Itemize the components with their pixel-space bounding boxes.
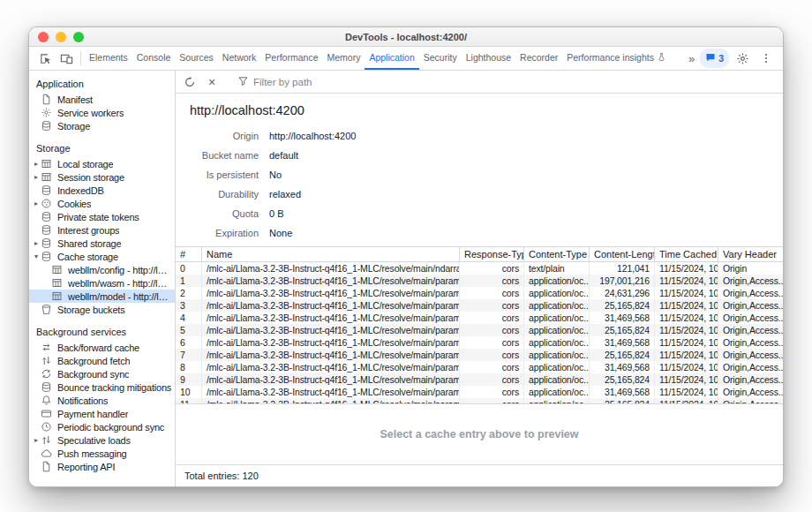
close-window-button[interactable] xyxy=(38,32,49,42)
cache-entry-row[interactable]: 4/mlc-ai/Llama-3.2-3B-Instruct-q4f16_1-M… xyxy=(176,312,783,324)
sidebar-item-background-sync[interactable]: Background sync xyxy=(29,367,175,380)
status-bar: Total entries: 120 xyxy=(176,464,783,486)
filter-by-path-input[interactable]: Filter by path xyxy=(237,75,312,88)
triangle-right-icon[interactable]: ▸ xyxy=(29,160,41,168)
meta-value: http://localhost:4200 xyxy=(269,131,356,141)
cell-response-type: cors xyxy=(460,349,524,361)
sidebar-item-back-forward-cache[interactable]: Back/forward cache xyxy=(29,341,175,354)
device-toolbar-icon[interactable] xyxy=(56,47,77,70)
tabbar-right-controls: » 3 xyxy=(686,47,783,70)
cell-vary-header: Origin,Access... xyxy=(718,398,783,403)
sidebar-item-session-storage[interactable]: ▸Session storage xyxy=(29,170,175,184)
cell-content-type: application/oc... xyxy=(524,336,590,349)
tab-sources[interactable]: Sources xyxy=(175,47,218,70)
triangle-right-icon[interactable]: ▸ xyxy=(29,173,41,181)
more-tabs-icon[interactable]: » xyxy=(686,52,697,65)
window-title: DevTools - localhost:4200/ xyxy=(29,32,783,42)
sidebar-item-cache-storage[interactable]: ▾Cache storage xyxy=(29,250,175,263)
column-header-index[interactable]: # xyxy=(176,247,202,261)
sidebar-item-storage-buckets[interactable]: Storage buckets xyxy=(29,303,175,316)
tab-security[interactable]: Security xyxy=(419,47,462,70)
minimize-window-button[interactable] xyxy=(56,32,66,42)
inspect-element-icon[interactable] xyxy=(34,47,56,70)
sidebar-item-indexeddb[interactable]: IndexedDB xyxy=(29,184,175,197)
sidebar-item-background-fetch[interactable]: Background fetch xyxy=(29,354,175,367)
sidebar-item-payment-handler[interactable]: Payment handler xyxy=(29,407,175,420)
preview-placeholder-text: Select a cache entry above to preview xyxy=(380,428,578,440)
cache-entry-row[interactable]: 10/mlc-ai/Llama-3.2-3B-Instruct-q4f16_1-… xyxy=(176,386,783,398)
cell-time-cached: 11/15/2024, 10... xyxy=(655,275,718,287)
cache-entry-row[interactable]: 3/mlc-ai/Llama-3.2-3B-Instruct-q4f16_1-M… xyxy=(176,299,783,312)
cache-entry-row[interactable]: 7/mlc-ai/Llama-3.2-3B-Instruct-q4f16_1-M… xyxy=(176,349,783,361)
sidebar-item-notifications[interactable]: Notifications xyxy=(29,394,175,407)
sidebar-item-label: Reporting API xyxy=(57,462,115,472)
sidebar-item-label: Cookies xyxy=(57,199,91,209)
column-header-time-cached[interactable]: Time Cached xyxy=(655,247,718,261)
tab-recorder[interactable]: Recorder xyxy=(515,47,562,70)
cell-vary-header: Origin,Access... xyxy=(718,312,783,324)
tab-network[interactable]: Network xyxy=(218,47,261,70)
cell-content-type: application/oc... xyxy=(524,299,590,312)
sidebar-item-webllm-model[interactable]: webllm/model - http://loc... xyxy=(29,290,175,303)
sidebar-item-manifest[interactable]: Manifest xyxy=(29,93,175,106)
console-messages-badge[interactable]: 3 xyxy=(700,49,729,68)
column-header-name[interactable]: Name xyxy=(202,247,460,261)
cache-entry-row[interactable]: 0/mlc-ai/Llama-3.2-3B-Instruct-q4f16_1-M… xyxy=(176,262,783,275)
devtools-tabbar: ElementsConsoleSourcesNetworkPerformance… xyxy=(29,47,783,71)
kebab-menu-icon[interactable] xyxy=(756,52,777,64)
triangle-down-icon[interactable]: ▾ xyxy=(29,252,41,260)
meta-label: Is persistent xyxy=(190,169,259,180)
sidebar-item-service-workers[interactable]: Service workers xyxy=(29,106,175,119)
tab-performance[interactable]: Performance xyxy=(260,47,322,70)
cell-content-length: 25,165,824 xyxy=(590,398,655,403)
sidebar-item-periodic-background-sync[interactable]: Periodic background sync xyxy=(29,420,175,433)
cell-content-type: application/oc... xyxy=(524,275,590,287)
tab-memory[interactable]: Memory xyxy=(322,47,365,70)
sidebar-item-storage[interactable]: Storage xyxy=(29,119,175,132)
sidebar-item-webllm-wasm[interactable]: webllm/wasm - http://loca... xyxy=(29,276,175,290)
cache-entry-row[interactable]: 11/mlc-ai/Llama-3.2-3B-Instruct-q4f16_1-… xyxy=(176,398,783,403)
sidebar-item-reporting-api[interactable]: Reporting API xyxy=(29,460,175,473)
tab-lighthouse[interactable]: Lighthouse xyxy=(462,47,515,70)
sidebar-item-interest-groups[interactable]: Interest groups xyxy=(29,223,175,237)
cell-index: 0 xyxy=(176,262,202,275)
cache-entry-row[interactable]: 6/mlc-ai/Llama-3.2-3B-Instruct-q4f16_1-M… xyxy=(176,336,783,349)
tab-performance-insights[interactable]: Performance insights xyxy=(562,47,671,70)
sidebar-item-speculative-loads[interactable]: ▸Speculative loads xyxy=(29,433,175,447)
column-header-content-type[interactable]: Content-Type xyxy=(524,247,590,261)
cell-time-cached: 11/15/2024, 10... xyxy=(655,299,718,312)
sidebar-item-private-state-tokens[interactable]: Private state tokens xyxy=(29,210,175,223)
cache-entry-row[interactable]: 8/mlc-ai/Llama-3.2-3B-Instruct-q4f16_1-M… xyxy=(176,361,783,373)
settings-gear-icon[interactable] xyxy=(732,52,753,65)
column-header-content-length[interactable]: Content-Length xyxy=(590,247,655,261)
refresh-icon[interactable] xyxy=(181,73,199,91)
sidebar-item-cookies[interactable]: ▸Cookies xyxy=(29,197,175,210)
workers-icon xyxy=(41,107,53,118)
column-header-vary-header[interactable]: Vary Header xyxy=(718,247,783,261)
application-sidebar: ApplicationManifestService workersStorag… xyxy=(29,71,176,486)
cell-content-type: application/oc... xyxy=(524,373,590,386)
cache-entry-row[interactable]: 1/mlc-ai/Llama-3.2-3B-Instruct-q4f16_1-M… xyxy=(176,275,783,287)
tab-console[interactable]: Console xyxy=(132,47,176,70)
cache-entry-row[interactable]: 9/mlc-ai/Llama-3.2-3B-Instruct-q4f16_1-M… xyxy=(176,373,783,386)
tab-elements[interactable]: Elements xyxy=(85,47,132,70)
sidebar-section-title: Application xyxy=(29,75,175,93)
sidebar-item-bounce-tracking-mitigations[interactable]: Bounce tracking mitigations xyxy=(29,380,175,394)
delete-selected-icon[interactable]: × xyxy=(203,73,221,91)
column-header-response-type[interactable]: Response-Type xyxy=(460,247,524,261)
cache-entry-row[interactable]: 5/mlc-ai/Llama-3.2-3B-Instruct-q4f16_1-M… xyxy=(176,324,783,336)
cell-content-length: 31,469,568 xyxy=(590,386,655,398)
sidebar-item-shared-storage[interactable]: ▸Shared storage xyxy=(29,237,175,250)
sidebar-item-webllm-config[interactable]: webllm/config - http://loc... xyxy=(29,263,175,276)
triangle-right-icon[interactable]: ▸ xyxy=(29,436,41,444)
tab-application[interactable]: Application xyxy=(365,47,418,70)
sidebar-item-local-storage[interactable]: ▸Local storage xyxy=(29,157,175,170)
triangle-right-icon[interactable]: ▸ xyxy=(29,200,41,207)
cell-content-length: 31,469,568 xyxy=(590,336,655,349)
sidebar-item-label: Speculative loads xyxy=(57,435,131,446)
triangle-right-icon[interactable]: ▸ xyxy=(29,239,41,247)
cache-entry-row[interactable]: 2/mlc-ai/Llama-3.2-3B-Instruct-q4f16_1-M… xyxy=(176,287,783,299)
cell-time-cached: 11/15/2024, 10... xyxy=(655,262,718,275)
sidebar-item-push-messaging[interactable]: Push messaging xyxy=(29,447,175,460)
zoom-window-button[interactable] xyxy=(73,32,84,42)
